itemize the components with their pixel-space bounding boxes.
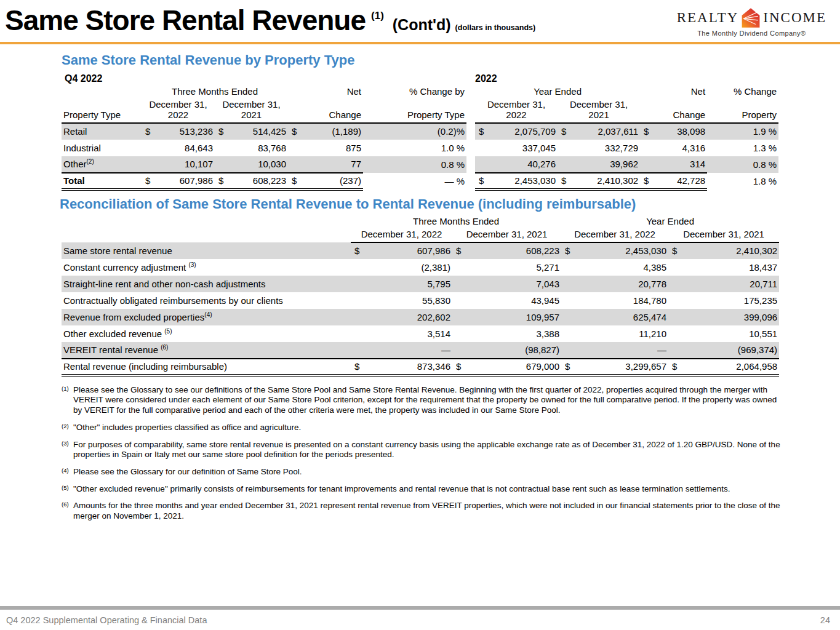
col-header-year-ended: Year Ended bbox=[561, 216, 779, 229]
value-cell: 607,986 bbox=[364, 242, 452, 259]
row-label: Same store rental revenue bbox=[62, 242, 351, 259]
logo-income-text: INCOME bbox=[763, 10, 826, 26]
table-row-retail: Retail $ 513,236 $ 514,425 $ (1,189) (0.… bbox=[62, 123, 466, 140]
header-row: Property Type December 31,2022 December … bbox=[62, 99, 466, 123]
page-number: 24 bbox=[820, 615, 830, 625]
currency-symbol: $ bbox=[561, 242, 575, 259]
col-header-change: Change bbox=[288, 99, 363, 123]
logo-tagline: The Monthly Dividend Company® bbox=[677, 30, 826, 37]
currency-symbol bbox=[351, 259, 364, 276]
spacer-cell bbox=[62, 86, 142, 99]
col-header-year-ended: Year Ended bbox=[475, 86, 640, 99]
value-cell: 4,385 bbox=[575, 259, 668, 276]
pct-cell: 1.9 % bbox=[707, 123, 778, 140]
currency-symbol bbox=[452, 259, 466, 276]
value-cell: 5,271 bbox=[466, 259, 561, 276]
col-header-net: Net bbox=[288, 86, 363, 99]
currency-symbol bbox=[215, 156, 230, 173]
footnote-1: (1) Please see the Glossary to see our d… bbox=[62, 385, 783, 416]
logo-realty-text: REALTY bbox=[677, 10, 739, 26]
footer-title: Q4 2022 Supplemental Operating & Financi… bbox=[6, 615, 207, 625]
header-row: Three Months Ended Net % Change by bbox=[62, 86, 466, 99]
footnote-marker: (4) bbox=[62, 467, 69, 474]
currency-symbol bbox=[452, 292, 466, 309]
currency-symbol: $ bbox=[215, 123, 230, 140]
logo-wordmark: REALTY bbox=[677, 7, 826, 28]
house-with-sun-icon bbox=[741, 7, 761, 28]
col-header-three-months: Three Months Ended bbox=[351, 216, 561, 229]
period-label-q4: Q4 2022 bbox=[62, 73, 475, 84]
value-cell: 84,643 bbox=[156, 140, 215, 156]
footnotes: (1) Please see the Glossary to see our d… bbox=[62, 385, 783, 522]
currency-symbol bbox=[452, 325, 466, 342]
currency-symbol: $ bbox=[351, 359, 364, 375]
value-cell: (969,374) bbox=[682, 342, 779, 359]
currency-symbol bbox=[668, 309, 682, 325]
value-cell: 55,830 bbox=[364, 292, 452, 309]
value-cell: 337,045 bbox=[490, 140, 558, 156]
row-label: VEREIT rental revenue (6) bbox=[62, 342, 351, 359]
col-header-dec-2022: December 31, 2022 bbox=[351, 229, 452, 242]
value-cell: 18,437 bbox=[682, 259, 779, 276]
currency-symbol bbox=[215, 140, 230, 156]
property-type-table-year: Year Ended Net % Change December 31,2022… bbox=[475, 86, 778, 190]
value-cell: — bbox=[575, 342, 668, 359]
value-cell: 332,729 bbox=[572, 140, 640, 156]
currency-symbol bbox=[558, 156, 572, 173]
title-units: (dollars in thousands) bbox=[455, 23, 536, 32]
value-cell: 39,962 bbox=[572, 156, 640, 173]
currency-symbol bbox=[351, 309, 364, 325]
currency-symbol: $ bbox=[668, 359, 682, 375]
currency-symbol bbox=[351, 276, 364, 292]
currency-symbol bbox=[452, 276, 466, 292]
footnote-text: For purposes of comparability, same stor… bbox=[73, 440, 780, 460]
col-header-dec-2021: December 31, 2021 bbox=[452, 229, 561, 242]
row-label: Contractually obligated reimbursements b… bbox=[62, 292, 351, 309]
currency-symbol: $ bbox=[452, 242, 466, 259]
value-cell: 11,210 bbox=[575, 325, 668, 342]
table-row-other-excluded: Other excluded revenue (5) 3,514 3,388 1… bbox=[62, 325, 779, 342]
table-row-other: Other(2) 10,107 10,030 77 0.8 % bbox=[62, 156, 466, 173]
currency-symbol: $ bbox=[558, 123, 572, 140]
value-cell: 625,474 bbox=[575, 309, 668, 325]
value-cell: 2,037,611 bbox=[572, 123, 640, 140]
value-cell: 3,299,657 bbox=[575, 359, 668, 375]
row-label: Other excluded revenue (5) bbox=[62, 325, 351, 342]
section2-heading: Reconciliation of Same Store Rental Reve… bbox=[60, 196, 840, 212]
currency-symbol: $ bbox=[668, 242, 682, 259]
header-row: Three Months Ended Year Ended bbox=[62, 216, 779, 229]
footnote-text: "Other excluded revenue" primarily consi… bbox=[73, 484, 730, 493]
pct-cell: — % bbox=[363, 173, 466, 189]
value-cell: 3,388 bbox=[466, 325, 561, 342]
row-label: Constant currency adjustment (3) bbox=[62, 259, 351, 276]
currency-symbol: $ bbox=[142, 173, 156, 189]
currency-symbol bbox=[561, 342, 575, 359]
currency-symbol bbox=[351, 292, 364, 309]
value-cell: 10,107 bbox=[156, 156, 215, 173]
currency-symbol bbox=[452, 342, 466, 359]
value-cell: 202,602 bbox=[364, 309, 452, 325]
value-cell: 2,064,958 bbox=[682, 359, 779, 375]
currency-symbol bbox=[561, 292, 575, 309]
value-cell: 175,235 bbox=[682, 292, 779, 309]
table-row-constant-currency: Constant currency adjustment (3) (2,381)… bbox=[62, 259, 779, 276]
col-header-dec-2021: December 31,2021 bbox=[215, 99, 288, 123]
table-row-excluded-properties: Revenue from excluded properties(4) 202,… bbox=[62, 309, 779, 325]
reconciliation-table: Three Months Ended Year Ended December 3… bbox=[62, 216, 779, 377]
currency-symbol bbox=[668, 292, 682, 309]
footer-divider bbox=[0, 606, 840, 610]
value-cell: 40,276 bbox=[490, 156, 558, 173]
footnote-3: (3) For purposes of comparability, same … bbox=[62, 440, 783, 460]
section1-heading: Same Store Rental Revenue by Property Ty… bbox=[62, 52, 840, 68]
value-cell: 42,728 bbox=[655, 173, 707, 189]
row-label: Other(2) bbox=[62, 156, 142, 173]
value-cell: 3,514 bbox=[364, 325, 452, 342]
value-cell: 7,043 bbox=[466, 276, 561, 292]
col-header-pct-change: % Change by bbox=[363, 86, 466, 99]
period-labels: Q4 2022 2022 bbox=[62, 73, 779, 84]
pct-cell: (0.2)% bbox=[363, 123, 466, 140]
table-row-total: $ 2,453,030 $ 2,410,302 $ 42,728 1.8 % bbox=[475, 173, 778, 189]
value-cell: 608,223 bbox=[230, 173, 288, 189]
footnote-6: (6) Amounts for the three months and yea… bbox=[62, 501, 783, 521]
footnote-marker: (3) bbox=[62, 440, 69, 447]
